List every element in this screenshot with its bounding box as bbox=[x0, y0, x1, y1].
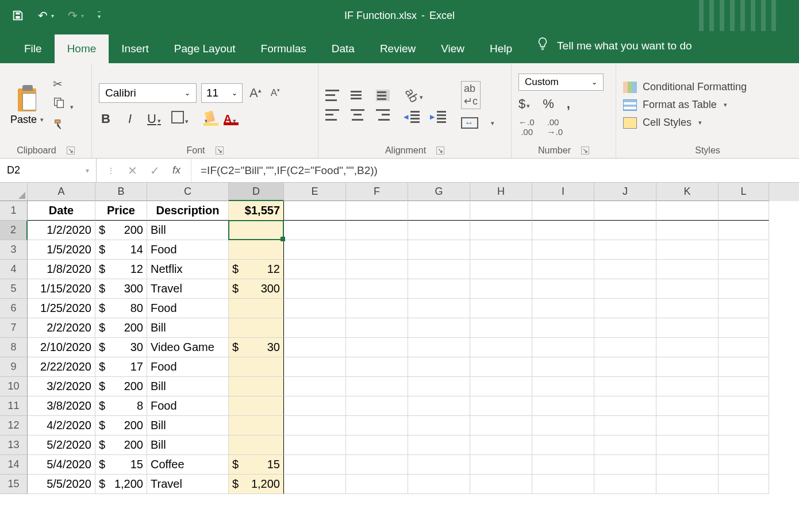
cell-A8[interactable]: 2/10/2020 bbox=[28, 338, 95, 357]
cell-D10[interactable] bbox=[229, 377, 284, 396]
cell-E7[interactable] bbox=[284, 318, 346, 338]
cell-F4[interactable] bbox=[346, 260, 408, 279]
cell-G9[interactable] bbox=[408, 357, 470, 377]
cell-A12[interactable]: 4/2/2020 bbox=[28, 416, 95, 435]
clipboard-dialog-launcher[interactable]: ↘ bbox=[67, 147, 75, 155]
cell-C3[interactable]: Food bbox=[147, 240, 229, 260]
cell-G7[interactable] bbox=[408, 318, 470, 338]
font-name-select[interactable]: Calibri⌄ bbox=[99, 83, 197, 103]
increase-indent-icon[interactable] bbox=[431, 111, 446, 122]
cell-G13[interactable] bbox=[408, 435, 470, 455]
merge-center-icon[interactable] bbox=[461, 117, 478, 129]
row-header-8[interactable]: 8 bbox=[0, 338, 28, 357]
cell-D6[interactable] bbox=[229, 299, 284, 318]
row-header-14[interactable]: 14 bbox=[0, 455, 28, 475]
cell-D12[interactable] bbox=[229, 416, 284, 435]
accounting-format-icon[interactable]: $▾ bbox=[518, 97, 530, 111]
cell-B4[interactable]: $12 bbox=[95, 260, 147, 279]
row-header-9[interactable]: 9 bbox=[0, 357, 28, 377]
cell-I7[interactable] bbox=[532, 318, 594, 338]
cell-B10[interactable]: $200 bbox=[95, 377, 147, 396]
cell-E3[interactable] bbox=[284, 240, 346, 260]
tab-home[interactable]: Home bbox=[55, 34, 109, 63]
cell-K10[interactable] bbox=[656, 377, 719, 396]
cell-G11[interactable] bbox=[408, 396, 470, 416]
tab-review[interactable]: Review bbox=[367, 34, 428, 63]
cell-J11[interactable] bbox=[594, 396, 656, 416]
cell-G12[interactable] bbox=[408, 416, 470, 435]
cell-F10[interactable] bbox=[346, 377, 408, 396]
cell-E1[interactable] bbox=[284, 201, 346, 221]
cell-D13[interactable] bbox=[229, 435, 284, 455]
cell-H10[interactable] bbox=[470, 377, 532, 396]
cell-J13[interactable] bbox=[594, 435, 656, 455]
cell-I15[interactable] bbox=[532, 475, 594, 494]
row-header-15[interactable]: 15 bbox=[0, 475, 28, 494]
border-button[interactable]: ▾ bbox=[171, 111, 189, 127]
cell-L8[interactable] bbox=[719, 338, 769, 357]
cell-E4[interactable] bbox=[284, 260, 346, 279]
cell-A2[interactable]: 1/2/2020 bbox=[28, 221, 95, 240]
font-size-select[interactable]: 11⌄ bbox=[201, 83, 243, 103]
row-header-11[interactable]: 11 bbox=[0, 396, 28, 416]
cell-E12[interactable] bbox=[284, 416, 346, 435]
cell-E11[interactable] bbox=[284, 396, 346, 416]
align-middle-icon[interactable] bbox=[351, 90, 364, 101]
cell-H11[interactable] bbox=[470, 396, 532, 416]
column-header-J[interactable]: J bbox=[594, 183, 656, 201]
cell-B6[interactable]: $80 bbox=[95, 299, 147, 318]
cell-F7[interactable] bbox=[346, 318, 408, 338]
cell-A3[interactable]: 1/5/2020 bbox=[28, 240, 95, 260]
cell-F8[interactable] bbox=[346, 338, 408, 357]
fill-color-button[interactable]: ▾ bbox=[199, 111, 213, 126]
cell-F1[interactable] bbox=[346, 201, 408, 221]
cell-I6[interactable] bbox=[532, 299, 594, 318]
cell-L9[interactable] bbox=[719, 357, 769, 377]
cell-C2[interactable]: Bill bbox=[147, 221, 229, 240]
cell-J15[interactable] bbox=[594, 475, 656, 494]
enter-formula-icon[interactable]: ✓ bbox=[150, 164, 160, 178]
cell-F9[interactable] bbox=[346, 357, 408, 377]
font-dialog-launcher[interactable]: ↘ bbox=[216, 147, 224, 155]
cell-H8[interactable] bbox=[470, 338, 532, 357]
tab-help[interactable]: Help bbox=[477, 34, 525, 63]
cell-B3[interactable]: $14 bbox=[95, 240, 147, 260]
cell-E5[interactable] bbox=[284, 279, 346, 299]
row-header-6[interactable]: 6 bbox=[0, 299, 28, 318]
cell-C1[interactable]: Description bbox=[147, 201, 229, 221]
cell-F11[interactable] bbox=[346, 396, 408, 416]
cell-K5[interactable] bbox=[656, 279, 719, 299]
cell-J14[interactable] bbox=[594, 455, 656, 475]
cell-A15[interactable]: 5/5/2020 bbox=[28, 475, 95, 494]
cell-K7[interactable] bbox=[656, 318, 719, 338]
cell-A13[interactable]: 5/2/2020 bbox=[28, 435, 95, 455]
cell-D11[interactable] bbox=[229, 396, 284, 416]
number-format-select[interactable]: Custom⌄ bbox=[518, 74, 604, 91]
decrease-font-icon[interactable]: A▾ bbox=[268, 87, 282, 99]
cell-H4[interactable] bbox=[470, 260, 532, 279]
cell-L1[interactable] bbox=[719, 201, 769, 221]
cell-B9[interactable]: $17 bbox=[95, 357, 147, 377]
cell-I3[interactable] bbox=[532, 240, 594, 260]
cell-H15[interactable] bbox=[470, 475, 532, 494]
cell-A7[interactable]: 2/2/2020 bbox=[28, 318, 95, 338]
cell-A14[interactable]: 5/4/2020 bbox=[28, 455, 95, 475]
cell-H13[interactable] bbox=[470, 435, 532, 455]
cell-K4[interactable] bbox=[656, 260, 719, 279]
cell-B8[interactable]: $30 bbox=[95, 338, 147, 357]
undo-icon[interactable]: ↶▾ bbox=[38, 9, 54, 22]
cell-L2[interactable] bbox=[719, 221, 769, 240]
cell-F13[interactable] bbox=[346, 435, 408, 455]
cell-D14[interactable]: $15 bbox=[229, 455, 284, 475]
cell-A1[interactable]: Date bbox=[28, 201, 95, 221]
row-header-7[interactable]: 7 bbox=[0, 318, 28, 338]
column-header-E[interactable]: E bbox=[284, 183, 346, 201]
bold-button[interactable]: B bbox=[99, 111, 113, 126]
cell-E6[interactable] bbox=[284, 299, 346, 318]
cell-J2[interactable] bbox=[594, 221, 656, 240]
alignment-dialog-launcher[interactable]: ↘ bbox=[436, 147, 444, 155]
conditional-formatting-button[interactable]: Conditional Formatting bbox=[623, 81, 747, 93]
font-color-button[interactable]: A▾ bbox=[223, 111, 237, 126]
cell-G5[interactable] bbox=[408, 279, 470, 299]
cell-G14[interactable] bbox=[408, 455, 470, 475]
